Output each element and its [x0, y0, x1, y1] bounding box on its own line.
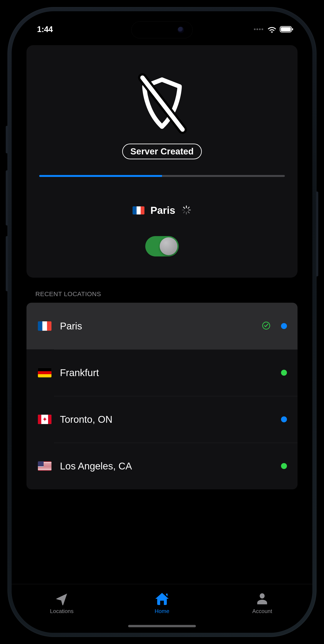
flag-icon: ★★★★★★★★★	[38, 461, 51, 471]
tab-account[interactable]: Account	[212, 584, 312, 622]
svg-line-10	[183, 212, 185, 213]
location-arrow-icon	[55, 592, 68, 606]
recent-locations-header: RECENT LOCATIONS	[35, 290, 298, 298]
battery-icon	[280, 26, 293, 32]
checkmark-circle-icon	[262, 321, 270, 331]
home-icon	[155, 592, 169, 606]
svg-rect-2	[292, 28, 293, 30]
status-indicators	[254, 26, 293, 33]
tab-locations[interactable]: Locations	[12, 584, 112, 622]
recent-locations-list: Paris Frankfurt	[26, 303, 298, 489]
status-dot	[281, 463, 287, 469]
flag-icon	[133, 206, 145, 214]
tab-label: Home	[155, 608, 169, 614]
phone-screen: 1:44	[12, 11, 312, 633]
current-location-row[interactable]: Paris	[133, 204, 191, 216]
home-indicator[interactable]	[128, 625, 196, 627]
location-row-los-angeles[interactable]: ★★★★★★★★★ Los Angeles, CA	[26, 443, 298, 489]
flag-icon	[38, 321, 51, 331]
location-name: Paris	[60, 320, 262, 332]
current-location-name: Paris	[150, 204, 175, 216]
svg-line-6	[188, 207, 189, 208]
svg-line-12	[183, 207, 185, 208]
person-icon	[256, 592, 268, 606]
tab-home[interactable]: Home	[112, 584, 212, 622]
loading-spinner-icon	[181, 205, 191, 216]
progress-bar	[39, 175, 285, 177]
wifi-icon	[267, 26, 276, 33]
location-name: Frankfurt	[60, 367, 281, 378]
phone-frame: 1:44	[7, 7, 317, 637]
location-row-frankfurt[interactable]: Frankfurt	[26, 349, 298, 396]
connection-toggle[interactable]	[145, 236, 179, 256]
status-dot	[281, 370, 287, 376]
location-name: Toronto, ON	[60, 414, 281, 425]
flag-icon: ✦	[38, 415, 51, 424]
tab-label: Locations	[50, 608, 73, 614]
status-label: Server Created	[122, 144, 202, 159]
tab-label: Account	[252, 608, 272, 614]
status-time: 1:44	[37, 25, 53, 34]
progress-fill	[39, 175, 162, 177]
location-row-paris[interactable]: Paris	[26, 303, 298, 349]
shield-slash-icon	[132, 73, 192, 137]
svg-line-8	[188, 212, 189, 213]
svg-rect-1	[281, 27, 291, 32]
dynamic-island	[131, 22, 193, 38]
flag-icon	[38, 368, 51, 377]
cellular-dots-icon	[254, 28, 263, 30]
status-dot	[281, 323, 287, 329]
status-dot	[281, 416, 287, 422]
location-row-toronto[interactable]: ✦ Toronto, ON	[26, 396, 298, 443]
location-name: Los Angeles, CA	[60, 460, 281, 472]
connection-status-card: Server Created Paris	[26, 45, 298, 278]
